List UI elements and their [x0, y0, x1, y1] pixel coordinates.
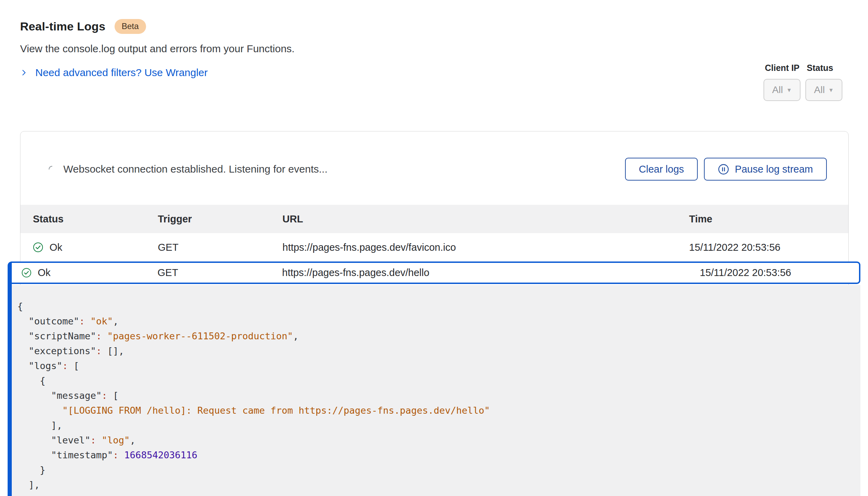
cell-time: 15/11/2022 20:53:56 [689, 242, 848, 253]
cell-url: https://pages-fns.pages.dev/favicon.ico [282, 242, 689, 253]
pause-log-stream-button[interactable]: Pause log stream [704, 158, 827, 181]
cell-trigger: GET [158, 242, 282, 253]
client-ip-label: Client IP [765, 63, 801, 73]
cell-time: 15/11/2022 20:53:56 [700, 267, 859, 278]
pause-icon [718, 164, 729, 175]
column-header-time: Time [689, 213, 848, 225]
logs-toolbar: Websocket connection established. Listen… [20, 131, 848, 181]
cell-trigger: GET [157, 267, 282, 278]
page-title: Real-time Logs [20, 20, 106, 33]
status-dropdown[interactable]: All ▼ [805, 79, 842, 101]
table-header: Status Trigger URL Time [20, 205, 848, 233]
column-header-status: Status [20, 213, 158, 225]
selection-accent-bar [8, 261, 12, 496]
cell-status: Ok [21, 267, 157, 278]
table-row-selected[interactable]: Ok GET https://pages-fns.pages.dev/hello… [12, 261, 860, 284]
chevron-right-icon [20, 68, 28, 77]
status-ok-icon [33, 242, 43, 252]
realtime-logs-page: Real-time Logs Beta View the console.log… [0, 0, 868, 496]
cell-status: Ok [20, 242, 158, 253]
column-header-url: URL [282, 213, 689, 225]
status-filter-value: All [814, 84, 825, 95]
caret-down-icon: ▼ [828, 87, 834, 93]
websocket-status-text: Websocket connection established. Listen… [63, 163, 327, 175]
clear-logs-button[interactable]: Clear logs [625, 158, 698, 181]
expanded-log-entry: Ok GET https://pages-fns.pages.dev/hello… [8, 261, 860, 496]
cell-url: https://pages-fns.pages.dev/hello [282, 267, 700, 278]
client-ip-value: All [772, 84, 783, 95]
status-filter: Status All ▼ [805, 63, 842, 101]
wrangler-link-label: Need advanced filters? Use Wrangler [35, 67, 208, 79]
logs-panel: Websocket connection established. Listen… [20, 131, 849, 496]
status-ok-icon [21, 268, 31, 278]
log-detail-json: { "outcome": "ok", "scriptName": "pages-… [12, 285, 860, 496]
beta-badge: Beta [115, 19, 146, 34]
client-ip-dropdown[interactable]: All ▼ [763, 79, 801, 101]
websocket-status: Websocket connection established. Listen… [48, 163, 327, 175]
page-subtitle: View the console.log output and errors f… [20, 43, 868, 55]
caret-down-icon: ▼ [786, 87, 792, 93]
table-row[interactable]: Ok GET https://pages-fns.pages.dev/favic… [20, 233, 848, 261]
spinner-icon [48, 165, 56, 173]
client-ip-filter: Client IP All ▼ [763, 63, 801, 101]
column-header-trigger: Trigger [158, 213, 282, 225]
toolbar-actions: Clear logs Pause log stream [625, 158, 827, 181]
filter-bar: Client IP All ▼ Status All ▼ [763, 63, 842, 101]
page-header: Real-time Logs Beta [20, 19, 868, 34]
status-filter-label: Status [807, 63, 842, 73]
wrangler-link[interactable]: Need advanced filters? Use Wrangler [20, 67, 208, 79]
